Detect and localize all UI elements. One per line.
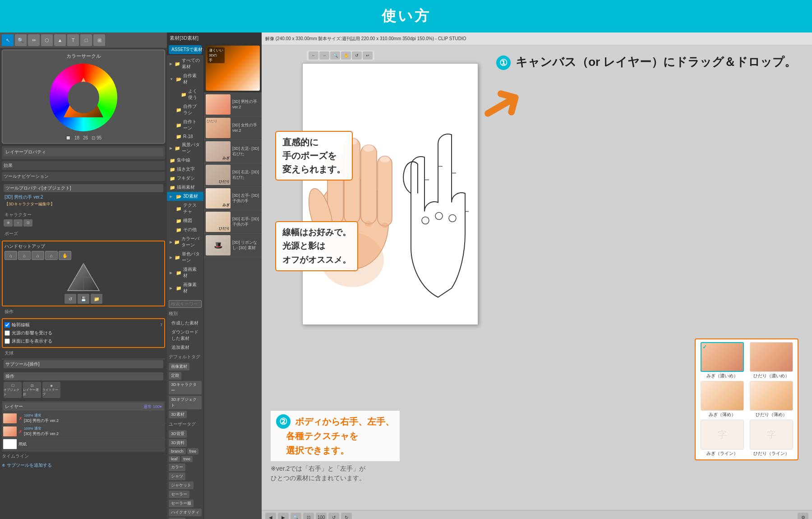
asset-thumb-row-4[interactable]: ひだり [3D] 右足- [3D] 右ぴた — [204, 163, 262, 187]
add-subtools[interactable]: ⊕ サブツールを追加する — [0, 461, 167, 470]
tree-item-texture[interactable]: 📁 テクスチャ — [173, 201, 203, 216]
asset-thumb-row-1[interactable]: [3D] 男性の手 ver.2 — [204, 93, 262, 116]
added-materials[interactable]: 追加素材 — [169, 343, 202, 352]
canvas-rotate-right[interactable]: ↻ — [341, 513, 352, 519]
featured-thumb[interactable]: 凄くいい3Dの手 — [206, 46, 260, 91]
assets-search-btn[interactable]: ASSETSで素材をさがす — [169, 45, 202, 54]
tree-item-image[interactable]: ▶ 📁 画像素材 — [167, 280, 203, 296]
asset-thumb-row-2[interactable]: ひだり [3D] 女性の手 ver.2 — [204, 116, 262, 140]
canvas-zoom-in[interactable]: 🔍 — [291, 513, 301, 519]
tex-opt-2[interactable]: ひだり（濃いめ） — [747, 342, 795, 379]
layer-row-2[interactable]: ✗ 100% 通常 [3D] 男性の手 ver.2 — [3, 425, 164, 438]
layer-select-tool[interactable]: ⊡ レイヤー選択 — [23, 382, 41, 398]
hand-ctrl-3[interactable]: ⌂ — [32, 251, 44, 260]
tree-item-compose[interactable]: 📁 構図 — [173, 216, 203, 225]
tree-item-own-brush[interactable]: 📁 自作ブラシ — [173, 102, 203, 117]
canvas-tb-rotate[interactable]: ↺ — [352, 51, 362, 60]
tree-item-focus[interactable]: 📁 集中線 — [167, 156, 203, 165]
tree-item-drawing[interactable]: 📁 描画素材 — [167, 183, 203, 192]
tree-item-color-pat[interactable]: ▶ 📁 カラーパターン — [167, 234, 203, 250]
created-materials[interactable]: 作成した素材 — [169, 319, 202, 328]
tag-image-material[interactable]: 画像素材 — [169, 363, 189, 371]
tag-3d-material[interactable]: 3D素材 — [169, 411, 187, 418]
floor-shadow-checkbox[interactable] — [5, 338, 10, 344]
hand-ctrl-5[interactable]: ✋ — [59, 251, 71, 260]
tree-item-all[interactable]: ▶ 📁 すべての素材 — [167, 56, 203, 71]
tree-item-bubble[interactable]: 📁 フキダシ — [167, 174, 203, 183]
tree-item-text[interactable]: 📁 描き文字 — [167, 165, 203, 174]
tag-teiki[interactable]: 定期 — [169, 372, 181, 380]
tag-free[interactable]: free — [187, 448, 199, 454]
tag-3d-char[interactable]: 3Dキャラクター — [169, 381, 202, 394]
layer-row-1[interactable]: ✗ 100% 通常 [3D] 男性の手 ver.2 — [3, 412, 164, 425]
canvas-rotate-left[interactable]: ↺ — [328, 513, 339, 519]
tex-opt-4[interactable]: ひだり（薄め） — [747, 381, 795, 418]
tree-item-favorites[interactable]: 📁 よく使う — [173, 87, 203, 102]
asset-thumb-row-5[interactable]: みぎ [3D] 左手- [3D] 子供の手 — [204, 187, 262, 210]
zoom-tool[interactable]: 🔍 — [15, 34, 27, 46]
tag-3d-ref[interactable]: 3D資料 — [169, 439, 187, 447]
light-effect-checkbox[interactable] — [5, 330, 10, 336]
hand-ctrl-1[interactable]: ⌂ — [5, 251, 17, 260]
hand-ctrl-4[interactable]: ⌂ — [45, 251, 58, 260]
fill-tool[interactable]: ▲ — [54, 34, 66, 46]
tree-item-other[interactable]: 📁 その他 — [173, 225, 203, 234]
tag-sailor-fuku[interactable]: セーラー服 — [169, 500, 194, 507]
canvas-tb-zoom[interactable]: 🔍 — [330, 51, 340, 60]
search-input[interactable] — [169, 300, 202, 308]
asset-thumb-row-7[interactable]: 🎩 [3D] リボンなし- [3D] 素材 — [204, 234, 262, 257]
brush-tool[interactable]: ✏ — [28, 34, 40, 46]
canvas-tb-undo[interactable]: ↩ — [363, 51, 373, 60]
tree-item-manga[interactable]: ▶ 📁 漫画素材 — [167, 265, 203, 280]
hand-load-btn[interactable]: 📁 — [91, 294, 102, 304]
canvas-prev-btn[interactable]: ◀ — [265, 513, 276, 519]
canvas-zoom-100[interactable]: 100 — [316, 513, 327, 519]
asset-thumb-row-6[interactable]: ひだり [3D] 右手- [3D] 子供の手 — [204, 210, 262, 234]
layer-tool[interactable]: ⊞ — [93, 34, 105, 46]
tex-opt-1[interactable]: ✓ みぎ（濃いめ） — [698, 342, 746, 379]
tree-item-own[interactable]: ▼ 📂 自作素材 — [167, 71, 203, 87]
tree-item-r18[interactable]: 📁 R-18 — [173, 133, 203, 140]
tag-hq[interactable]: ハイクオリティ — [169, 509, 202, 516]
tag-color[interactable]: カラー — [169, 463, 185, 471]
tag-jacket[interactable]: ジャケット — [169, 482, 194, 489]
canvas-zoom-fit[interactable]: ⊡ — [303, 513, 314, 519]
asset-thumb-row-3[interactable]: みぎ [3D] 左足- [3D] 右ぴた — [204, 140, 262, 163]
char-btn-3[interactable]: ⊡ — [23, 219, 32, 227]
canvas-tb-move[interactable]: ← — [309, 51, 318, 60]
tag-tree[interactable]: tree — [181, 456, 193, 462]
tag-3d-obj[interactable]: 3Dオブジェクト — [169, 396, 202, 409]
outline-width-checkbox[interactable] — [5, 322, 10, 328]
tree-item-3d[interactable]: ▶ 📂 3D素材 — [167, 192, 203, 201]
canvas-tb-next[interactable]: → — [319, 51, 329, 60]
tag-shirt[interactable]: シャツ — [169, 473, 185, 480]
text-tool[interactable]: T — [67, 34, 79, 46]
tex-opt-5[interactable]: 字 みぎ（ライン） — [698, 420, 746, 457]
tag-3d-bg[interactable]: 3D背景 — [169, 430, 187, 438]
canvas-next-btn[interactable]: ▶ — [278, 513, 289, 519]
downloaded-materials[interactable]: ダウンロードした素材 — [169, 328, 202, 343]
tex-opt-6[interactable]: 字 ひだり（ライン） — [747, 420, 795, 457]
lighttape-tool[interactable]: ◈ ライトテープ — [42, 382, 60, 398]
hand-save-btn[interactable]: 💾 — [78, 294, 89, 304]
char-btn-2[interactable]: ○ — [14, 219, 23, 227]
tree-item-own-tone[interactable]: 📁 自作トーン — [173, 117, 203, 133]
tex-opt-3[interactable]: みぎ（薄め） — [698, 381, 746, 418]
tag-sailor[interactable]: セーラー — [169, 491, 189, 498]
char-btn-1[interactable]: ⊕ — [4, 219, 13, 227]
layer-row-3[interactable]: 用紙 — [3, 438, 164, 450]
eraser-tool[interactable]: ⬡ — [41, 34, 53, 46]
color-gradient-triangle[interactable] — [64, 78, 103, 117]
color-wheel[interactable] — [50, 64, 117, 131]
select-tool[interactable]: ↖ — [2, 34, 14, 46]
shape-tool[interactable]: □ — [80, 34, 92, 46]
color-wheel-container[interactable] — [5, 61, 162, 134]
hand-reset-btn[interactable]: ↺ — [65, 294, 76, 304]
tree-item-scenery[interactable]: ▶ 📁 風景パターン — [167, 140, 203, 156]
hand-ctrl-2[interactable]: ⌂ — [18, 251, 31, 260]
tag-branch[interactable]: branch — [169, 448, 186, 454]
tree-item-solid-pat[interactable]: ▶ 📁 単色パターン — [167, 250, 203, 265]
canvas-settings-btn[interactable]: ⚙ — [798, 513, 808, 519]
tag-leaf[interactable]: leaf — [169, 456, 180, 462]
object-tool[interactable]: ☐ オブジェクト — [4, 382, 22, 398]
